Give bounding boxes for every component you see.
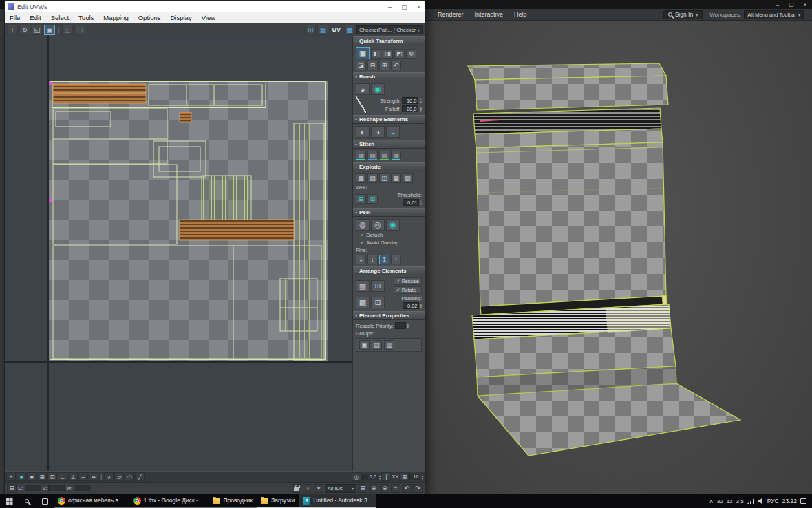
dialog-maximize-button[interactable]: ▢ bbox=[398, 3, 410, 10]
unpin-tool-icon[interactable]: ↓ bbox=[367, 255, 378, 264]
distribute-horizontal-icon[interactable]: ⊟ bbox=[367, 61, 378, 70]
relax-by-face-icon[interactable]: ◐ bbox=[356, 126, 370, 138]
taskbar-app-chrome-furniture[interactable]: офисная мебель в ... bbox=[54, 494, 129, 508]
material-id-filter-dropdown[interactable]: All IDs ▾ bbox=[325, 484, 356, 493]
zoom-selected-icon[interactable]: ↷ bbox=[413, 484, 423, 493]
menu-item[interactable]: Edit bbox=[25, 14, 45, 21]
rotate-toggle[interactable]: ✓ Rotate bbox=[394, 286, 422, 294]
threshold-field[interactable]: 0,01 bbox=[403, 199, 419, 206]
zoom-region-icon[interactable]: ⊞ bbox=[358, 484, 367, 493]
section-header-peel[interactable]: ▾ Peel bbox=[353, 208, 425, 217]
stitch-custom-icon[interactable]: ▥ bbox=[356, 151, 366, 160]
bottom-move-icon[interactable]: + bbox=[6, 472, 16, 481]
mirror-tool-icon[interactable]: ◫ bbox=[62, 25, 73, 35]
uv-editor-canvas[interactable] bbox=[5, 36, 353, 471]
dialog-close-button[interactable]: × bbox=[413, 3, 425, 10]
relax-by-center-icon[interactable]: ◒ bbox=[386, 126, 400, 138]
flatten-by-smoothing-icon[interactable]: ▤ bbox=[367, 173, 378, 183]
detach-edge-icon[interactable]: ▨ bbox=[403, 173, 413, 183]
quick-peel-icon[interactable]: ◍ bbox=[356, 219, 370, 231]
flatten-by-material-icon[interactable]: ◫ bbox=[379, 173, 389, 183]
align-bottom-icon[interactable]: ◪ bbox=[356, 61, 366, 70]
padding-field[interactable]: 0,02 bbox=[403, 302, 419, 309]
coord-spinner[interactable]: ▴▾ bbox=[379, 474, 381, 480]
stitch-to-target-icon[interactable]: ▥ bbox=[391, 151, 401, 160]
rotate-ccw-icon[interactable]: ↶ bbox=[391, 61, 401, 70]
perpendicular-snap-icon[interactable]: ⊥ bbox=[68, 472, 78, 481]
main-minimize-button[interactable]: – bbox=[771, 0, 784, 9]
main-menu-item[interactable]: Interactive bbox=[469, 11, 509, 18]
align-right-icon[interactable]: ◨ bbox=[383, 49, 393, 59]
section-header-brush[interactable]: ▾ Brush bbox=[353, 72, 425, 81]
rescale-priority-field[interactable] bbox=[395, 322, 406, 329]
paint-erase-icon[interactable]: ▱ bbox=[114, 472, 124, 481]
section-header-quick-transform[interactable]: ▾ Quick Transform bbox=[353, 36, 425, 45]
arrange-horizontal-icon[interactable]: ⊡ bbox=[371, 297, 385, 308]
align-top-icon[interactable]: ◩ bbox=[394, 49, 405, 59]
quick-transform-gizmo-icon[interactable]: ▣ bbox=[356, 47, 370, 59]
threshold-spinner[interactable]: ▴▾ bbox=[420, 200, 422, 205]
v-field[interactable] bbox=[48, 485, 65, 491]
section-header-arrange-elements[interactable]: ▾ Arrange Elements bbox=[353, 266, 425, 275]
taskbar-app-3dsmax[interactable]: 3 Untitled - Autodesk 3... bbox=[299, 494, 376, 508]
avoid-overlap-checkbox[interactable]: ✓ bbox=[360, 240, 364, 246]
edge-loop-icon[interactable]: ╌ bbox=[78, 472, 88, 481]
taskbar-app-downloads[interactable]: Загрузки bbox=[257, 494, 299, 508]
taskbar-app-explorer[interactable]: Проводник bbox=[209, 494, 257, 508]
padding-spinner[interactable]: ▴▾ bbox=[420, 303, 422, 308]
relax-brush-icon[interactable]: ◉ bbox=[371, 83, 385, 95]
menu-item[interactable]: Mapping bbox=[98, 14, 133, 21]
arrange-vertical-icon[interactable]: ▩ bbox=[356, 297, 370, 308]
tray-expand-icon[interactable]: ∧ bbox=[709, 498, 714, 505]
flatten-by-polygon-icon[interactable]: ▦ bbox=[356, 173, 366, 183]
menu-item[interactable]: Options bbox=[133, 14, 166, 21]
brush-size-icon[interactable]: ╱ bbox=[135, 472, 145, 481]
menu-item[interactable]: View bbox=[197, 14, 220, 21]
select-element-icon[interactable]: ⊡ bbox=[47, 472, 57, 481]
u-field[interactable] bbox=[25, 485, 41, 491]
section-header-reshape-elements[interactable]: ▾ Reshape Elements bbox=[353, 115, 425, 124]
grid-size-field[interactable]: 16 bbox=[409, 474, 420, 480]
notification-center-icon[interactable] bbox=[800, 498, 806, 504]
stitch-to-source-icon[interactable]: ▥ bbox=[367, 151, 378, 160]
edge-subobject-icon[interactable]: ■ bbox=[27, 472, 36, 481]
coord-field[interactable]: 0,0 bbox=[362, 474, 378, 480]
distribute-vertical-icon[interactable]: ⊞ bbox=[379, 61, 389, 70]
main-menu-item[interactable]: Help bbox=[509, 11, 533, 18]
axis-label[interactable]: XY bbox=[392, 474, 398, 480]
absolute-typein-icon[interactable]: ⊟ bbox=[7, 484, 17, 493]
show-map-icon[interactable]: ⊞ bbox=[305, 25, 316, 35]
sign-in-button[interactable]: Sign In ▾ bbox=[663, 10, 703, 19]
workspace-dropdown[interactable]: Alt Menu and Toolbar ▾ bbox=[744, 10, 804, 19]
peel-reset-icon[interactable]: ◉ bbox=[386, 219, 400, 231]
brush-falloff-curve-icon[interactable] bbox=[356, 96, 366, 113]
volume-icon[interactable] bbox=[758, 498, 764, 504]
falloff-spinner[interactable]: ▴▾ bbox=[420, 106, 422, 112]
pin-tool-icon[interactable]: ↧ bbox=[356, 255, 366, 264]
falloff-field[interactable]: 20,0 bbox=[402, 105, 418, 112]
freeform-mode-icon[interactable]: ▣ bbox=[44, 25, 55, 35]
lock-selection-icon[interactable] bbox=[292, 484, 301, 493]
align-left-icon[interactable]: ◧ bbox=[371, 49, 381, 59]
grid-size-spinner[interactable]: ▴▾ bbox=[421, 474, 423, 480]
group-create-icon[interactable]: ▣ bbox=[359, 340, 370, 350]
main-close-button[interactable]: × bbox=[798, 0, 812, 9]
texture-dropdown[interactable]: CheckerPatt... ( Checker ) ▾ bbox=[356, 25, 423, 34]
peel-mode-icon[interactable]: ◎ bbox=[371, 219, 385, 231]
weld-selected-icon[interactable]: ⊞ bbox=[356, 194, 366, 204]
taskbar-search-button[interactable] bbox=[18, 494, 36, 508]
network-icon[interactable] bbox=[747, 498, 754, 504]
section-header-stitch[interactable]: ▾ Stitch bbox=[353, 140, 425, 149]
options-icon[interactable]: ∗ bbox=[314, 484, 323, 493]
paint-weights-icon[interactable]: ◕ bbox=[303, 484, 312, 493]
pack-custom-icon[interactable]: ⊞ bbox=[371, 280, 385, 292]
zoom-in-icon[interactable]: ⊕ bbox=[369, 484, 378, 493]
rotate-cw-icon[interactable]: ↻ bbox=[406, 49, 416, 59]
planar-angle-icon[interactable]: ∟ bbox=[58, 472, 67, 481]
edit-uvws-titlebar[interactable]: Edit UVWs – ▢ × bbox=[5, 1, 425, 12]
uv-space-label[interactable]: UV bbox=[330, 26, 343, 33]
task-view-button[interactable] bbox=[36, 494, 54, 508]
taskbar-app-chrome-fbx[interactable]: 1.fbx - Google Диск - ... bbox=[129, 494, 209, 508]
paint-select-icon[interactable]: ◕ bbox=[104, 472, 114, 481]
rescale-priority-spinner[interactable]: ▴▾ bbox=[407, 323, 409, 328]
